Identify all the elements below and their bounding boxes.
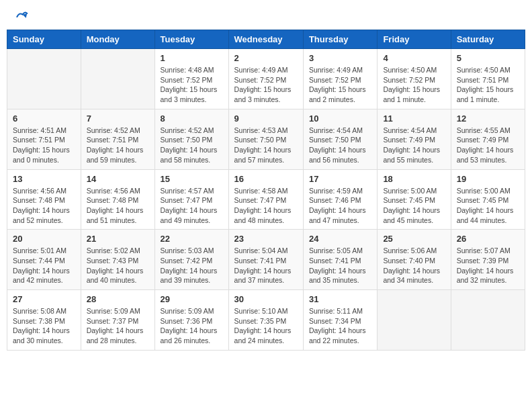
week-row-5: 27Sunrise: 5:08 AMSunset: 7:38 PMDayligh… — [7, 290, 525, 351]
day-number: 10 — [309, 113, 371, 124]
day-number: 22 — [161, 234, 223, 244]
day-info: Sunrise: 5:04 AMSunset: 7:41 PMDaylight:… — [234, 246, 298, 285]
day-info: Sunrise: 4:50 AMSunset: 7:51 PMDaylight:… — [457, 65, 519, 105]
calendar-cell: 15Sunrise: 4:57 AMSunset: 7:47 PMDayligh… — [154, 169, 228, 230]
calendar-cell: 9Sunrise: 4:53 AMSunset: 7:50 PMDaylight… — [228, 109, 303, 169]
weekday-header-row: SundayMondayTuesdayWednesdayThursdayFrid… — [7, 30, 525, 49]
day-info: Sunrise: 4:54 AMSunset: 7:49 PMDaylight:… — [383, 126, 445, 165]
calendar-cell: 14Sunrise: 4:56 AMSunset: 7:48 PMDayligh… — [81, 169, 154, 230]
calendar-cell: 13Sunrise: 4:56 AMSunset: 7:48 PMDayligh… — [7, 169, 81, 230]
day-info: Sunrise: 5:05 AMSunset: 7:41 PMDaylight:… — [309, 246, 371, 285]
day-info: Sunrise: 5:02 AMSunset: 7:43 PMDaylight:… — [87, 246, 149, 285]
day-number: 18 — [383, 174, 445, 184]
day-number: 24 — [309, 234, 371, 244]
calendar-cell: 19Sunrise: 5:00 AMSunset: 7:45 PMDayligh… — [451, 169, 525, 230]
day-info: Sunrise: 4:52 AMSunset: 7:50 PMDaylight:… — [161, 126, 223, 165]
day-info: Sunrise: 4:58 AMSunset: 7:47 PMDaylight:… — [234, 186, 298, 226]
day-number: 25 — [383, 234, 445, 244]
day-info: Sunrise: 5:11 AMSunset: 7:34 PMDaylight:… — [309, 306, 371, 346]
day-number: 19 — [457, 174, 519, 184]
week-row-2: 6Sunrise: 4:51 AMSunset: 7:51 PMDaylight… — [7, 109, 525, 169]
calendar-cell: 30Sunrise: 5:10 AMSunset: 7:35 PMDayligh… — [228, 290, 303, 351]
day-number: 2 — [234, 53, 298, 63]
logo — [13, 10, 28, 21]
day-number: 26 — [457, 234, 519, 244]
weekday-header-saturday: Saturday — [451, 30, 525, 49]
day-info: Sunrise: 4:52 AMSunset: 7:51 PMDaylight:… — [87, 126, 149, 165]
calendar-cell: 5Sunrise: 4:50 AMSunset: 7:51 PMDaylight… — [451, 49, 525, 109]
day-number: 12 — [457, 113, 519, 124]
calendar-cell: 25Sunrise: 5:06 AMSunset: 7:40 PMDayligh… — [378, 230, 451, 290]
calendar-cell: 27Sunrise: 5:08 AMSunset: 7:38 PMDayligh… — [7, 290, 81, 351]
weekday-header-monday: Monday — [81, 30, 154, 49]
day-number: 1 — [161, 53, 223, 63]
day-number: 29 — [161, 294, 223, 304]
day-info: Sunrise: 4:57 AMSunset: 7:47 PMDaylight:… — [161, 186, 223, 226]
day-info: Sunrise: 5:00 AMSunset: 7:45 PMDaylight:… — [457, 186, 519, 226]
day-number: 4 — [383, 53, 445, 63]
day-info: Sunrise: 5:10 AMSunset: 7:35 PMDaylight:… — [234, 306, 298, 346]
day-number: 31 — [309, 294, 371, 304]
calendar-cell: 29Sunrise: 5:09 AMSunset: 7:36 PMDayligh… — [154, 290, 228, 351]
calendar-cell: 3Sunrise: 4:49 AMSunset: 7:52 PMDaylight… — [303, 49, 377, 109]
week-row-3: 13Sunrise: 4:56 AMSunset: 7:48 PMDayligh… — [7, 169, 525, 230]
day-number: 6 — [13, 113, 75, 124]
weekday-header-wednesday: Wednesday — [228, 30, 303, 49]
day-number: 9 — [234, 113, 298, 124]
day-number: 30 — [234, 294, 298, 304]
day-info: Sunrise: 5:07 AMSunset: 7:39 PMDaylight:… — [457, 246, 519, 285]
day-number: 14 — [87, 174, 149, 184]
logo-icon — [15, 10, 28, 24]
calendar-cell: 12Sunrise: 4:55 AMSunset: 7:49 PMDayligh… — [451, 109, 525, 169]
day-info: Sunrise: 4:56 AMSunset: 7:48 PMDaylight:… — [13, 186, 75, 226]
calendar-cell: 20Sunrise: 5:01 AMSunset: 7:44 PMDayligh… — [7, 230, 81, 290]
day-number: 28 — [87, 294, 149, 304]
day-info: Sunrise: 5:09 AMSunset: 7:37 PMDaylight:… — [87, 306, 149, 346]
calendar-cell: 8Sunrise: 4:52 AMSunset: 7:50 PMDaylight… — [154, 109, 228, 169]
calendar-cell: 28Sunrise: 5:09 AMSunset: 7:37 PMDayligh… — [81, 290, 154, 351]
day-info: Sunrise: 4:55 AMSunset: 7:49 PMDaylight:… — [457, 126, 519, 165]
day-number: 16 — [234, 174, 298, 184]
weekday-header-friday: Friday — [378, 30, 451, 49]
calendar-cell: 31Sunrise: 5:11 AMSunset: 7:34 PMDayligh… — [303, 290, 377, 351]
calendar-cell — [378, 290, 451, 351]
day-info: Sunrise: 4:50 AMSunset: 7:52 PMDaylight:… — [383, 65, 445, 105]
day-info: Sunrise: 5:08 AMSunset: 7:38 PMDaylight:… — [13, 306, 75, 346]
day-info: Sunrise: 5:00 AMSunset: 7:45 PMDaylight:… — [383, 186, 445, 226]
day-info: Sunrise: 4:56 AMSunset: 7:48 PMDaylight:… — [87, 186, 149, 226]
day-number: 11 — [383, 113, 445, 124]
day-info: Sunrise: 5:03 AMSunset: 7:42 PMDaylight:… — [161, 246, 223, 285]
day-info: Sunrise: 4:49 AMSunset: 7:52 PMDaylight:… — [234, 65, 298, 105]
page-header — [7, 7, 525, 24]
calendar-cell: 21Sunrise: 5:02 AMSunset: 7:43 PMDayligh… — [81, 230, 154, 290]
weekday-header-thursday: Thursday — [303, 30, 377, 49]
calendar-cell: 24Sunrise: 5:05 AMSunset: 7:41 PMDayligh… — [303, 230, 377, 290]
calendar-cell: 7Sunrise: 4:52 AMSunset: 7:51 PMDaylight… — [81, 109, 154, 169]
day-info: Sunrise: 4:49 AMSunset: 7:52 PMDaylight:… — [309, 65, 371, 105]
calendar-cell: 17Sunrise: 4:59 AMSunset: 7:46 PMDayligh… — [303, 169, 377, 230]
day-number: 20 — [13, 234, 75, 244]
calendar-cell: 11Sunrise: 4:54 AMSunset: 7:49 PMDayligh… — [378, 109, 451, 169]
day-info: Sunrise: 4:54 AMSunset: 7:50 PMDaylight:… — [309, 126, 371, 165]
day-number: 3 — [309, 53, 371, 63]
day-number: 8 — [161, 113, 223, 124]
calendar-cell: 2Sunrise: 4:49 AMSunset: 7:52 PMDaylight… — [228, 49, 303, 109]
day-info: Sunrise: 5:09 AMSunset: 7:36 PMDaylight:… — [161, 306, 223, 346]
day-number: 27 — [13, 294, 75, 304]
calendar-cell: 26Sunrise: 5:07 AMSunset: 7:39 PMDayligh… — [451, 230, 525, 290]
day-number: 17 — [309, 174, 371, 184]
calendar-cell — [7, 49, 81, 109]
day-info: Sunrise: 4:51 AMSunset: 7:51 PMDaylight:… — [13, 126, 75, 165]
week-row-4: 20Sunrise: 5:01 AMSunset: 7:44 PMDayligh… — [7, 230, 525, 290]
day-info: Sunrise: 5:06 AMSunset: 7:40 PMDaylight:… — [383, 246, 445, 285]
week-row-1: 1Sunrise: 4:48 AMSunset: 7:52 PMDaylight… — [7, 49, 525, 109]
day-number: 15 — [161, 174, 223, 184]
calendar-cell — [451, 290, 525, 351]
calendar-cell: 10Sunrise: 4:54 AMSunset: 7:50 PMDayligh… — [303, 109, 377, 169]
calendar-cell: 23Sunrise: 5:04 AMSunset: 7:41 PMDayligh… — [228, 230, 303, 290]
weekday-header-tuesday: Tuesday — [154, 30, 228, 49]
calendar-cell: 16Sunrise: 4:58 AMSunset: 7:47 PMDayligh… — [228, 169, 303, 230]
calendar-cell: 1Sunrise: 4:48 AMSunset: 7:52 PMDaylight… — [154, 49, 228, 109]
day-info: Sunrise: 5:01 AMSunset: 7:44 PMDaylight:… — [13, 246, 75, 285]
day-number: 13 — [13, 174, 75, 184]
